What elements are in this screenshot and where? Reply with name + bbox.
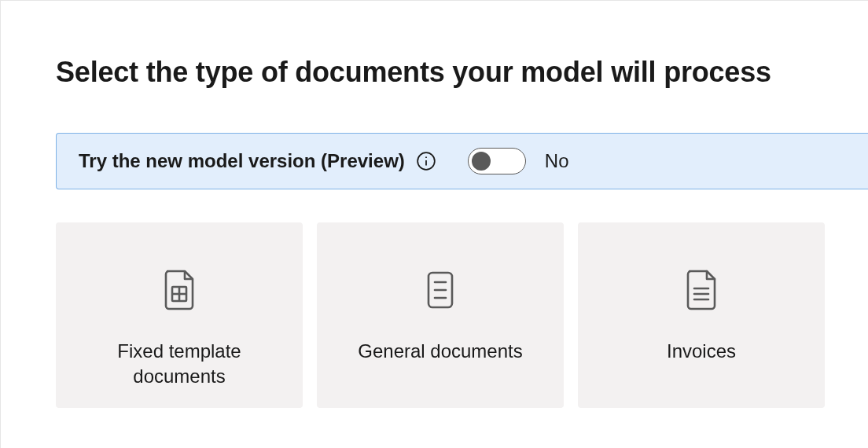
document-invoice-icon [683,268,719,312]
card-fixed-template[interactable]: Fixed template documents [56,222,303,408]
document-list-icon [422,268,458,312]
toggle-knob [472,152,491,171]
info-icon[interactable] [416,151,436,171]
card-label: Fixed template documents [56,339,303,390]
card-invoices[interactable]: Invoices [578,222,825,408]
preview-toggle[interactable] [468,148,526,174]
card-label: General documents [339,339,541,364]
svg-point-2 [425,156,427,158]
page-title: Select the type of documents your model … [56,56,868,89]
card-general-documents[interactable]: General documents [317,222,564,408]
document-type-cards: Fixed template documents General documen… [56,222,868,408]
preview-banner: Try the new model version (Preview) No [56,133,868,189]
toggle-value-label: No [545,150,569,172]
card-label: Invoices [648,339,755,364]
document-table-icon [161,268,197,312]
preview-label: Try the new model version (Preview) [79,150,405,172]
